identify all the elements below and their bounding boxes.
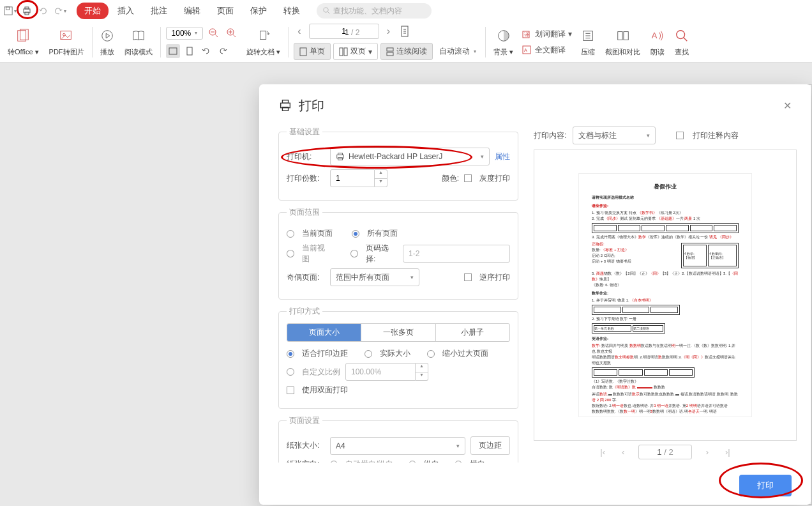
radio-current-view[interactable] <box>287 250 294 257</box>
radio-shrink[interactable] <box>427 350 435 358</box>
fit-page-icon[interactable] <box>183 44 197 58</box>
btn-autoscroll[interactable]: 自动滚动 <box>435 43 480 60</box>
radio-custom-scale[interactable] <box>287 368 294 376</box>
btn-background[interactable]: 背景 ▾ <box>488 26 518 58</box>
pager-prev-icon[interactable]: ‹ <box>619 447 627 457</box>
radio-current-page[interactable] <box>287 230 294 238</box>
btn-read-mode[interactable]: 阅读模式 <box>119 26 158 58</box>
tab-page[interactable]: 页面 <box>209 3 241 19</box>
btn-play[interactable]: 播放 <box>95 26 119 58</box>
btn-compress[interactable]: 压缩 <box>576 26 600 58</box>
zoom-in-icon[interactable] <box>225 26 239 40</box>
lbl-odd-even: 奇偶页面: <box>287 272 325 283</box>
tab-convert[interactable]: 转换 <box>276 3 308 19</box>
svg-rect-35 <box>624 32 628 40</box>
seg-booklet[interactable]: 小册子 <box>436 324 509 341</box>
fieldset-basic: 基础设置 打印机: Hewlett-Packard HP LaserJ 属性 打… <box>278 126 518 201</box>
btn-margins[interactable]: 页边距 <box>470 436 510 455</box>
svg-rect-24 <box>340 48 343 56</box>
copies-input[interactable] <box>330 169 375 187</box>
fit-width-icon[interactable] <box>166 44 180 58</box>
btn-read-aloud[interactable]: A 朗读 <box>645 26 670 58</box>
print-content-select[interactable]: 文档与标注 <box>573 126 656 144</box>
svg-line-18 <box>233 34 236 37</box>
svg-rect-21 <box>260 31 266 40</box>
paper-size-select[interactable]: A4 <box>330 437 465 455</box>
lbl-printer: 打印机: <box>287 151 325 162</box>
page-prev-icon[interactable]: ‹ <box>294 26 304 37</box>
radio-page-select[interactable] <box>350 250 358 257</box>
tab-insert[interactable]: 插入 <box>110 3 142 19</box>
rotate-right-icon[interactable] <box>216 44 230 58</box>
printer-icon <box>278 98 292 112</box>
rotate-left-icon[interactable] <box>199 44 213 58</box>
chk-print-annotations[interactable] <box>676 132 684 139</box>
btn-rotate-doc[interactable]: 旋转文档 ▾ <box>241 26 285 58</box>
printer-props-link[interactable]: 属性 <box>495 151 510 162</box>
chk-grayscale[interactable] <box>464 174 472 182</box>
svg-rect-25 <box>344 48 347 56</box>
radio-landscape[interactable] <box>455 461 462 463</box>
scale-spinner[interactable]: ▲▼ <box>416 363 428 381</box>
svg-rect-0 <box>4 7 12 15</box>
btn-double-page[interactable]: 双页 ▾ <box>333 43 378 60</box>
svg-text:A: A <box>524 48 527 52</box>
chk-duplex[interactable] <box>287 387 294 394</box>
svg-point-11 <box>102 31 112 42</box>
radio-auto-orient[interactable] <box>330 461 338 463</box>
btn-full-translate[interactable]: A全文翻译 <box>522 45 572 56</box>
pager-first-icon[interactable]: |‹ <box>598 447 608 457</box>
pager-last-icon[interactable]: ›| <box>723 447 733 457</box>
zoom-out-icon[interactable] <box>207 26 221 40</box>
pager-next-icon[interactable]: › <box>703 447 711 457</box>
undo-icon[interactable] <box>36 3 51 19</box>
page-range-input[interactable] <box>403 245 510 263</box>
redo-icon[interactable] <box>52 3 68 19</box>
tab-protect[interactable]: 保护 <box>243 3 274 19</box>
pager-display: 1 / 2 <box>638 445 691 459</box>
tab-annotate[interactable]: 批注 <box>143 3 175 19</box>
close-icon[interactable]: ✕ <box>783 100 792 112</box>
odd-even-select[interactable]: 范围中所有页面 <box>330 268 419 286</box>
tab-start[interactable]: 开始 <box>77 3 109 19</box>
btn-single-page[interactable]: 单页 <box>294 43 331 60</box>
page-next-icon[interactable]: › <box>383 26 394 37</box>
seg-multi[interactable]: 一张多页 <box>361 324 435 341</box>
btn-word-translate[interactable]: 译划词翻译 ▾ <box>522 29 572 40</box>
fieldset-range: 页面范围 当前页面 所有页面 当前视图 页码选择: 奇偶页面: 范围中所有页面 <box>278 207 518 300</box>
mode-segment[interactable]: 页面大小 一张多页 小册子 <box>287 323 510 342</box>
print-icon[interactable] <box>19 3 34 19</box>
tab-edit[interactable]: 编辑 <box>176 3 208 19</box>
search-icon <box>323 7 331 15</box>
btn-capture-compare[interactable]: 截图和对比 <box>600 26 645 58</box>
save-icon[interactable] <box>3 3 18 19</box>
fieldset-mode: 打印方式 页面大小 一张多页 小册子 适合打印边距 实际大小 缩小过大页面 自定… <box>278 306 518 409</box>
search-box[interactable]: 查找功能、文档内容 <box>317 3 432 19</box>
print-preview: 暑假作业 请将实现所选用模式名称 语应作业: 1. 预习 物质交换方案 特点 《… <box>534 150 797 441</box>
btn-pdf-to-image[interactable]: PDF转图片 <box>44 26 89 58</box>
copies-spinner[interactable]: ▲▼ <box>375 169 387 187</box>
print-dialog: 打印 ✕ 基础设置 打印机: Hewlett-Packard HP LaserJ… <box>259 84 811 505</box>
custom-scale-input[interactable] <box>345 363 416 381</box>
btn-continuous[interactable]: 连续阅读 <box>380 43 433 60</box>
svg-point-37 <box>677 31 685 39</box>
lbl-color: 颜色: <box>442 173 459 184</box>
zoom-select[interactable]: 100% <box>166 27 204 40</box>
svg-rect-43 <box>338 153 343 155</box>
radio-fit-margin[interactable] <box>287 350 294 358</box>
page-jump-icon[interactable] <box>398 24 412 38</box>
btn-find[interactable]: 查找 <box>670 26 694 58</box>
svg-line-38 <box>684 38 688 42</box>
lbl-orientation: 纸张方向: <box>287 459 325 463</box>
svg-rect-3 <box>25 7 29 9</box>
btn-to-office[interactable]: 转Office ▾ <box>3 26 44 58</box>
printer-select[interactable]: Hewlett-Packard HP LaserJ <box>330 148 490 165</box>
seg-page-size[interactable]: 页面大小 <box>287 324 361 341</box>
radio-all-pages[interactable] <box>352 230 359 238</box>
radio-portrait[interactable] <box>409 461 416 463</box>
print-button[interactable]: 打印 <box>739 475 792 496</box>
chk-reverse[interactable] <box>464 273 472 281</box>
radio-actual-size[interactable] <box>365 350 372 358</box>
svg-text:译: 译 <box>524 32 529 38</box>
page-input[interactable] <box>309 24 379 39</box>
